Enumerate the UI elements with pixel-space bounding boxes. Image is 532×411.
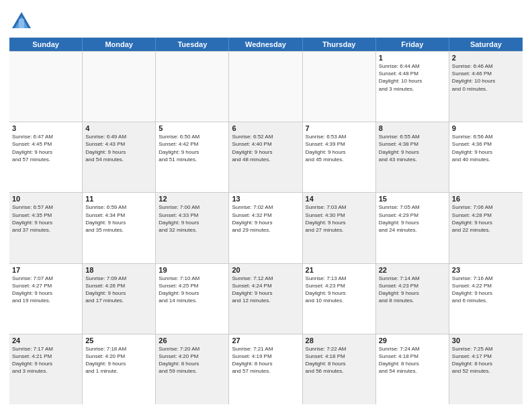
calendar-cell-18: 18Sunrise: 7:09 AM Sunset: 4:26 PM Dayli… bbox=[83, 264, 156, 334]
day-info: Sunrise: 7:10 AM Sunset: 4:25 PM Dayligh… bbox=[159, 275, 226, 305]
day-info: Sunrise: 7:17 AM Sunset: 4:21 PM Dayligh… bbox=[12, 345, 79, 375]
calendar-cell-25: 25Sunrise: 7:18 AM Sunset: 4:20 PM Dayli… bbox=[83, 334, 156, 404]
day-info: Sunrise: 7:14 AM Sunset: 4:23 PM Dayligh… bbox=[379, 275, 446, 305]
calendar-week-4: 17Sunrise: 7:07 AM Sunset: 4:27 PM Dayli… bbox=[9, 264, 523, 334]
day-number: 21 bbox=[306, 266, 373, 274]
day-number: 22 bbox=[379, 266, 446, 274]
day-number: 6 bbox=[232, 124, 299, 132]
day-number: 4 bbox=[85, 124, 152, 132]
day-number: 23 bbox=[452, 266, 520, 274]
day-number: 20 bbox=[232, 266, 299, 274]
day-info: Sunrise: 6:46 AM Sunset: 4:46 PM Dayligh… bbox=[452, 62, 520, 93]
calendar-cell-11: 11Sunrise: 6:59 AM Sunset: 4:34 PM Dayli… bbox=[83, 193, 156, 263]
header-day-monday: Monday bbox=[83, 38, 156, 51]
logo bbox=[9, 9, 36, 34]
day-info: Sunrise: 6:52 AM Sunset: 4:40 PM Dayligh… bbox=[232, 133, 299, 163]
header-day-tuesday: Tuesday bbox=[156, 38, 229, 51]
day-number: 5 bbox=[159, 124, 226, 132]
day-number: 27 bbox=[232, 336, 299, 345]
day-number: 1 bbox=[379, 54, 446, 62]
calendar-cell-17: 17Sunrise: 7:07 AM Sunset: 4:27 PM Dayli… bbox=[9, 264, 83, 334]
calendar-cell-7: 7Sunrise: 6:53 AM Sunset: 4:39 PM Daylig… bbox=[303, 122, 376, 192]
day-info: Sunrise: 7:16 AM Sunset: 4:22 PM Dayligh… bbox=[452, 275, 520, 305]
day-info: Sunrise: 7:20 AM Sunset: 4:20 PM Dayligh… bbox=[159, 345, 226, 375]
calendar-cell-24: 24Sunrise: 7:17 AM Sunset: 4:21 PM Dayli… bbox=[9, 334, 83, 404]
day-info: Sunrise: 6:49 AM Sunset: 4:43 PM Dayligh… bbox=[85, 133, 152, 163]
day-number: 7 bbox=[306, 124, 373, 132]
day-info: Sunrise: 7:24 AM Sunset: 4:18 PM Dayligh… bbox=[379, 345, 446, 375]
day-number: 11 bbox=[85, 195, 152, 203]
day-number: 25 bbox=[85, 336, 152, 345]
calendar-cell-16: 16Sunrise: 7:06 AM Sunset: 4:28 PM Dayli… bbox=[449, 193, 523, 263]
day-info: Sunrise: 7:13 AM Sunset: 4:23 PM Dayligh… bbox=[306, 275, 373, 305]
day-info: Sunrise: 7:18 AM Sunset: 4:20 PM Dayligh… bbox=[85, 345, 152, 375]
calendar-cell-8: 8Sunrise: 6:55 AM Sunset: 4:38 PM Daylig… bbox=[376, 122, 449, 192]
day-number: 16 bbox=[452, 195, 520, 203]
calendar-cell-4: 4Sunrise: 6:49 AM Sunset: 4:43 PM Daylig… bbox=[83, 122, 156, 192]
header-day-thursday: Thursday bbox=[303, 38, 376, 51]
calendar-cell-10: 10Sunrise: 6:57 AM Sunset: 4:35 PM Dayli… bbox=[9, 193, 83, 263]
day-number: 19 bbox=[159, 266, 226, 274]
calendar-cell-empty-0-3 bbox=[229, 52, 302, 122]
day-info: Sunrise: 7:05 AM Sunset: 4:29 PM Dayligh… bbox=[379, 203, 446, 234]
calendar-cell-5: 5Sunrise: 6:50 AM Sunset: 4:42 PM Daylig… bbox=[156, 122, 229, 192]
day-number: 8 bbox=[379, 124, 446, 132]
calendar-cell-3: 3Sunrise: 6:47 AM Sunset: 4:45 PM Daylig… bbox=[9, 122, 83, 192]
day-number: 30 bbox=[452, 336, 520, 345]
calendar-cell-28: 28Sunrise: 7:22 AM Sunset: 4:18 PM Dayli… bbox=[303, 334, 376, 404]
day-number: 15 bbox=[379, 195, 446, 203]
calendar-cell-20: 20Sunrise: 7:12 AM Sunset: 4:24 PM Dayli… bbox=[229, 264, 302, 334]
day-number: 9 bbox=[452, 124, 520, 132]
header bbox=[9, 7, 523, 34]
logo-icon bbox=[9, 9, 34, 34]
header-day-wednesday: Wednesday bbox=[229, 38, 302, 51]
day-info: Sunrise: 6:50 AM Sunset: 4:42 PM Dayligh… bbox=[159, 133, 226, 163]
calendar-cell-22: 22Sunrise: 7:14 AM Sunset: 4:23 PM Dayli… bbox=[376, 264, 449, 334]
day-number: 13 bbox=[232, 195, 299, 203]
calendar-week-2: 3Sunrise: 6:47 AM Sunset: 4:45 PM Daylig… bbox=[9, 122, 523, 193]
calendar-cell-26: 26Sunrise: 7:20 AM Sunset: 4:20 PM Dayli… bbox=[156, 334, 229, 404]
calendar-cell-empty-0-1 bbox=[83, 52, 156, 122]
day-number: 2 bbox=[452, 54, 520, 62]
day-number: 3 bbox=[12, 124, 79, 132]
calendar-header: SundayMondayTuesdayWednesdayThursdayFrid… bbox=[9, 38, 523, 51]
day-number: 26 bbox=[159, 336, 226, 345]
calendar-body: 1Sunrise: 6:44 AM Sunset: 4:48 PM Daylig… bbox=[9, 51, 523, 404]
day-info: Sunrise: 7:06 AM Sunset: 4:28 PM Dayligh… bbox=[452, 203, 520, 234]
day-number: 17 bbox=[12, 266, 79, 274]
page: SundayMondayTuesdayWednesdayThursdayFrid… bbox=[0, 0, 532, 411]
header-day-saturday: Saturday bbox=[449, 38, 523, 51]
day-info: Sunrise: 7:21 AM Sunset: 4:19 PM Dayligh… bbox=[232, 345, 299, 375]
calendar-cell-27: 27Sunrise: 7:21 AM Sunset: 4:19 PM Dayli… bbox=[229, 334, 302, 404]
calendar-cell-30: 30Sunrise: 7:25 AM Sunset: 4:17 PM Dayli… bbox=[449, 334, 523, 404]
calendar-cell-13: 13Sunrise: 7:02 AM Sunset: 4:32 PM Dayli… bbox=[229, 193, 302, 263]
day-info: Sunrise: 6:59 AM Sunset: 4:34 PM Dayligh… bbox=[85, 203, 152, 234]
calendar-cell-23: 23Sunrise: 7:16 AM Sunset: 4:22 PM Dayli… bbox=[449, 264, 523, 334]
calendar-cell-21: 21Sunrise: 7:13 AM Sunset: 4:23 PM Dayli… bbox=[303, 264, 376, 334]
calendar-cell-empty-0-4 bbox=[303, 52, 376, 122]
day-info: Sunrise: 7:00 AM Sunset: 4:33 PM Dayligh… bbox=[159, 203, 226, 234]
calendar-cell-14: 14Sunrise: 7:03 AM Sunset: 4:30 PM Dayli… bbox=[303, 193, 376, 263]
day-info: Sunrise: 7:22 AM Sunset: 4:18 PM Dayligh… bbox=[306, 345, 373, 375]
calendar-cell-6: 6Sunrise: 6:52 AM Sunset: 4:40 PM Daylig… bbox=[229, 122, 302, 192]
calendar-cell-empty-0-2 bbox=[156, 52, 229, 122]
calendar-cell-2: 2Sunrise: 6:46 AM Sunset: 4:46 PM Daylig… bbox=[449, 52, 523, 122]
day-info: Sunrise: 6:53 AM Sunset: 4:39 PM Dayligh… bbox=[306, 133, 373, 163]
day-info: Sunrise: 7:09 AM Sunset: 4:26 PM Dayligh… bbox=[85, 275, 152, 305]
header-day-friday: Friday bbox=[376, 38, 449, 51]
day-number: 18 bbox=[85, 266, 152, 274]
day-info: Sunrise: 7:25 AM Sunset: 4:17 PM Dayligh… bbox=[452, 345, 520, 375]
day-info: Sunrise: 7:07 AM Sunset: 4:27 PM Dayligh… bbox=[12, 275, 79, 305]
day-info: Sunrise: 7:02 AM Sunset: 4:32 PM Dayligh… bbox=[232, 203, 299, 234]
day-info: Sunrise: 6:57 AM Sunset: 4:35 PM Dayligh… bbox=[12, 203, 79, 234]
day-number: 10 bbox=[12, 195, 79, 203]
calendar-week-5: 24Sunrise: 7:17 AM Sunset: 4:21 PM Dayli… bbox=[9, 334, 523, 404]
day-info: Sunrise: 6:56 AM Sunset: 4:36 PM Dayligh… bbox=[452, 133, 520, 163]
calendar-week-3: 10Sunrise: 6:57 AM Sunset: 4:35 PM Dayli… bbox=[9, 193, 523, 263]
calendar: SundayMondayTuesdayWednesdayThursdayFrid… bbox=[9, 38, 523, 404]
calendar-cell-9: 9Sunrise: 6:56 AM Sunset: 4:36 PM Daylig… bbox=[449, 122, 523, 192]
day-number: 29 bbox=[379, 336, 446, 345]
header-day-sunday: Sunday bbox=[9, 38, 83, 51]
day-info: Sunrise: 7:03 AM Sunset: 4:30 PM Dayligh… bbox=[306, 203, 373, 234]
calendar-week-1: 1Sunrise: 6:44 AM Sunset: 4:48 PM Daylig… bbox=[9, 52, 523, 122]
